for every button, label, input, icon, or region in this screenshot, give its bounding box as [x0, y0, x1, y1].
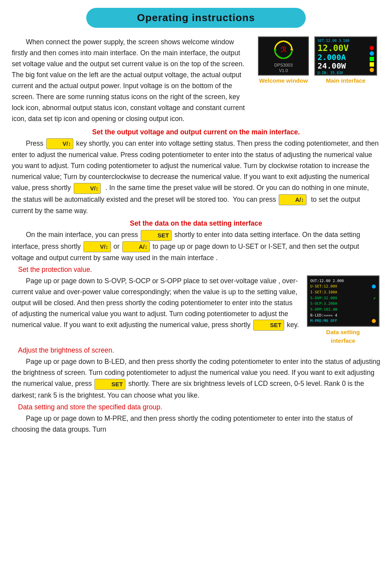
- mi-icon-5: [370, 68, 374, 72]
- section5-text: Page up or page down to M-PRE, and then …: [12, 413, 380, 435]
- welcome-window-caption: ℛ DPS3003 V1.0 Welcome window: [258, 36, 309, 84]
- di-row-mpre: M-PRE:M0 OFF ⬤: [310, 318, 376, 324]
- key-a-badge-2: A/↕: [122, 241, 150, 252]
- mi-icon-2: [370, 51, 374, 56]
- mi-icon-4: [370, 62, 374, 67]
- intro-section: When connect the power supply, the scree…: [12, 36, 380, 124]
- prot-text: Page up or page down to S-OVP, S-OCP or …: [12, 275, 299, 331]
- section1-heading: Set the output voltage and output curren…: [12, 128, 380, 136]
- intro-text: When connect the power supply, the scree…: [12, 36, 255, 124]
- data-interface: OUT:12.00 2.000 U-SET:12.00V ⬤ I-SET:3.1…: [307, 275, 379, 327]
- welcome-window: ℛ DPS3003 V1.0: [258, 36, 309, 76]
- key-v-badge-2: V/↕: [74, 183, 101, 194]
- mi-voltage: 12.00V: [318, 43, 370, 53]
- intro-images: ℛ DPS3003 V1.0 Welcome window SET:12.00 …: [255, 36, 380, 124]
- header-section: Operating instructions: [12, 8, 380, 28]
- di-row-sovp: S-OVP:32.00V ✔: [310, 295, 376, 301]
- main-interface: SET:12.00 3.100 12.00V 2.000A 24.00W U-I…: [314, 36, 377, 76]
- di-caption-1: Data setting: [326, 329, 360, 335]
- section4-subheading: Adjust the brightness of screen.: [18, 346, 380, 355]
- di-top-row: OUT:12.00 2.000: [310, 278, 376, 284]
- main-caption-text: Main interface: [326, 77, 366, 84]
- mi-current: 2.000A: [318, 53, 370, 62]
- section2-heading: Set the data on the data setting interfa…: [12, 219, 380, 228]
- section4-text: Page up or page down to B-LED, and then …: [12, 356, 380, 400]
- mi-power: 24.00W: [318, 62, 370, 70]
- section2-text: On the main interface, you can press SET…: [12, 229, 380, 263]
- prot-paragraph: Page up or page down to S-OVP, S-OCP or …: [12, 275, 299, 331]
- section5-subheading: Data setting and store the specified dat…: [18, 403, 380, 411]
- key-v-badge-1: V/↕: [46, 138, 74, 149]
- key-v-badge-3: V/↕: [83, 241, 111, 252]
- image-row: ℛ DPS3003 V1.0 Welcome window SET:12.00 …: [258, 36, 377, 84]
- svg-text:ℛ: ℛ: [281, 46, 287, 54]
- key-a-badge-1: A/↕: [279, 194, 307, 205]
- welcome-logo-svg: ℛ: [270, 39, 297, 62]
- welcome-model-label: DPS3003 V1.0: [274, 62, 292, 74]
- di-row-iset: I-SET:3.100A: [310, 289, 376, 295]
- section3-subheading: Set the protection value.: [18, 266, 380, 274]
- mi-icon-3: [370, 57, 374, 61]
- main-interface-caption: SET:12.00 3.100 12.00V 2.000A 24.00W U-I…: [314, 36, 377, 84]
- di-row-bled: B-LED:==== 4: [310, 313, 376, 318]
- protection-section: Page up or page down to S-OVP, S-OCP or …: [12, 275, 380, 344]
- header-box: Operating instructions: [86, 8, 306, 28]
- welcome-caption-text: Welcome window: [259, 77, 308, 84]
- section1-text: Press V/↕ key shortly, you can enter int…: [12, 138, 380, 216]
- mi-uin: U-IN: 35.83V: [318, 71, 370, 75]
- mi-icon-1: [370, 46, 374, 50]
- di-row-sopp: S-OPP:102.4W: [310, 307, 376, 313]
- di-row-uset: U-SET:12.00V ⬤: [310, 284, 376, 289]
- intro-paragraph: When connect the power supply, the scree…: [12, 36, 251, 124]
- di-rows: U-SET:12.00V ⬤ I-SET:3.100A S-OVP:32.00V…: [310, 284, 376, 324]
- prot-image-wrap: OUT:12.00 2.000 U-SET:12.00V ⬤ I-SET:3.1…: [306, 275, 380, 344]
- di-row-socp: S-OCP:3.200A: [310, 301, 376, 307]
- di-caption-2: interface: [331, 337, 356, 344]
- key-set-badge-2: SET: [253, 320, 284, 331]
- key-set-badge-1: SET: [141, 230, 172, 241]
- key-set-badge-3: SET: [94, 379, 125, 390]
- header-title: Operating instructions: [137, 12, 255, 24]
